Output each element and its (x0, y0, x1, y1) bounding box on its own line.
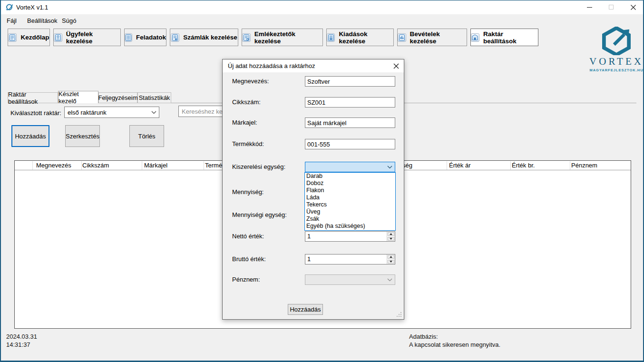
field-input-cikkszam[interactable] (305, 97, 395, 108)
maximize-button[interactable] (600, 0, 622, 14)
toolbar-button-reminders[interactable]: Emlékeztetők kezelése (242, 29, 323, 46)
stepper-up-icon[interactable] (388, 232, 394, 236)
column-header-ertek-br[interactable]: Érték br. (512, 162, 535, 169)
column-header-penznem[interactable]: Pénznem (571, 162, 597, 169)
invoices-icon (171, 33, 179, 42)
clients-icon (54, 33, 62, 42)
dialog-title: Új adat hozzáadása a raktárhoz (228, 62, 315, 69)
stepper-buttons (387, 232, 395, 241)
status-time: 14:31:37 (6, 341, 30, 348)
toolbar-button-expenses[interactable]: Kiadások kezelése (326, 29, 394, 46)
stepper-down-icon[interactable] (388, 260, 394, 264)
field-label-cikkszam: Cikkszám: (232, 98, 261, 106)
field-label-megnevezes: Megnevezés: (232, 78, 269, 85)
logo-brand-text: VORTEX (589, 56, 644, 68)
logo-site-text: MAGYARFEJLESZTOK.HU (589, 68, 644, 72)
app-window: VorteX v1.1 Fájl Beállítások Súgó Kezdől… (0, 0, 644, 362)
field-input-markajel[interactable] (305, 117, 395, 128)
incomes-icon (398, 33, 406, 42)
tab-statisztikak[interactable]: Statisztikák (137, 92, 171, 103)
chevron-down-icon (148, 111, 159, 114)
dropdown-option-uveg[interactable]: Üveg (305, 208, 395, 215)
toolbar-button-home[interactable]: Kezdőlap (8, 29, 50, 46)
tab-keszlet-kezelo[interactable]: Készlet kezelő (58, 91, 98, 103)
chevron-down-icon (384, 166, 395, 169)
add-button[interactable]: Hozzáadás (11, 125, 49, 147)
column-header-markajel[interactable]: Márkajel (144, 162, 167, 169)
field-label-mennyisegi-egyseg: Mennyiségi egység: (232, 211, 287, 218)
close-button[interactable] (622, 0, 644, 14)
toolbar-button-clients[interactable]: Ügyfelek kezelése (53, 29, 121, 46)
toolbar-button-incomes[interactable]: Bevételek kezelése (397, 29, 467, 46)
stepper-up-icon[interactable] (388, 255, 394, 259)
edit-button[interactable]: Szerkesztés (65, 125, 100, 147)
brutto-ertek-value: 1 (305, 254, 387, 264)
column-divider (447, 161, 447, 170)
toolbar-button-tasks[interactable]: Feladatok (124, 29, 166, 46)
reminders-icon (242, 33, 251, 42)
field-label-markajel: Márkajel: (232, 119, 257, 126)
chevron-down-icon (384, 278, 395, 282)
menu-help[interactable]: Súgó (62, 17, 76, 24)
vortex-cube-icon (601, 27, 632, 55)
dialog-titlebar: Új adat hozzáadása a raktárhoz (223, 59, 404, 72)
column-divider (142, 161, 142, 170)
status-db-message: A kapcsolat sikeresen megnyitva. (409, 341, 500, 348)
column-header-cikkszam[interactable]: Cikkszám (82, 162, 109, 169)
column-header-ertek-ar[interactable]: Érték ár (449, 162, 471, 169)
titlebar: VorteX v1.1 (0, 0, 644, 14)
dropdown-option-egyeb[interactable]: Egyéb (ha szükséges) (305, 223, 395, 230)
column-divider (570, 161, 570, 170)
home-icon (8, 33, 17, 42)
field-label-penznem: Pénznem: (232, 276, 260, 283)
brutto-ertek-stepper[interactable]: 1 (305, 254, 395, 264)
dropdown-option-lada[interactable]: Láda (305, 194, 395, 201)
delete-button[interactable]: Törlés (129, 125, 164, 147)
field-label-brutto-ertek: Bruttó érték: (232, 255, 266, 263)
warehouse-icon (471, 33, 479, 42)
menubar: Fájl Beállítások Súgó (0, 14, 644, 27)
kiszerelesi-egyseg-dropdown: Darab Doboz Flakon Láda Tekercs Üveg Zsá… (304, 172, 396, 231)
window-border (0, 0, 644, 0)
vortex-logo: VORTEX MAGYARFEJLESZTOK.HU (589, 27, 644, 70)
warehouse-combobox-value: első raktárunk (65, 109, 148, 116)
stepper-down-icon[interactable] (388, 237, 394, 241)
column-divider (204, 161, 204, 170)
dropdown-option-darab[interactable]: Darab (305, 173, 395, 180)
warehouse-combobox[interactable]: első raktárunk (64, 107, 159, 118)
column-divider (81, 161, 82, 170)
warehouse-select-label: Kiválasztott raktár: (10, 109, 61, 117)
kiszerelesi-egyseg-combobox[interactable] (305, 162, 395, 172)
expenses-icon (327, 33, 335, 42)
window-title: VorteX v1.1 (16, 4, 48, 11)
dialog-close-icon[interactable] (393, 63, 400, 69)
menu-settings[interactable]: Beállítások (27, 17, 58, 24)
tab-feljegyzeseim[interactable]: Feljegyzéseim (98, 92, 137, 103)
field-input-megnevezes[interactable] (305, 76, 395, 87)
window-border (0, 0, 1, 362)
add-item-dialog: Új adat hozzáadása a raktárhoz Megnevezé… (222, 59, 404, 320)
dialog-add-button[interactable]: Hozzáadás (288, 304, 323, 315)
toolbar-button-invoices[interactable]: Számlák kezelése (170, 29, 238, 46)
field-label-termekkod: Termékkód: (232, 140, 264, 147)
tab-raktar-beallitasok[interactable]: Raktár beállítások (8, 92, 58, 103)
netto-ertek-stepper[interactable]: 1 (305, 231, 395, 242)
netto-ertek-value: 1 (305, 232, 387, 241)
dropdown-option-doboz[interactable]: Doboz (305, 180, 395, 187)
column-divider (510, 161, 511, 170)
menu-file[interactable]: Fájl (7, 17, 17, 24)
minimize-button[interactable] (578, 0, 600, 14)
resize-grip[interactable] (400, 316, 401, 317)
column-header-megnevezes[interactable]: Megnevezés (36, 162, 71, 169)
penznem-combobox[interactable] (305, 274, 395, 285)
dropdown-option-flakon[interactable]: Flakon (305, 187, 395, 194)
stepper-buttons (387, 254, 395, 264)
field-input-termekkod[interactable] (305, 139, 395, 149)
tasks-icon (125, 33, 132, 42)
toolbar-button-warehouse[interactable]: Raktár beállítások (470, 29, 538, 46)
dropdown-option-zsak[interactable]: Zsák (305, 215, 395, 223)
field-label-mennyiseg: Mennyiség: (232, 188, 263, 196)
column-divider (32, 161, 33, 170)
status-date: 2024.03.31 (6, 333, 37, 340)
dropdown-option-tekercs[interactable]: Tekercs (305, 201, 395, 208)
